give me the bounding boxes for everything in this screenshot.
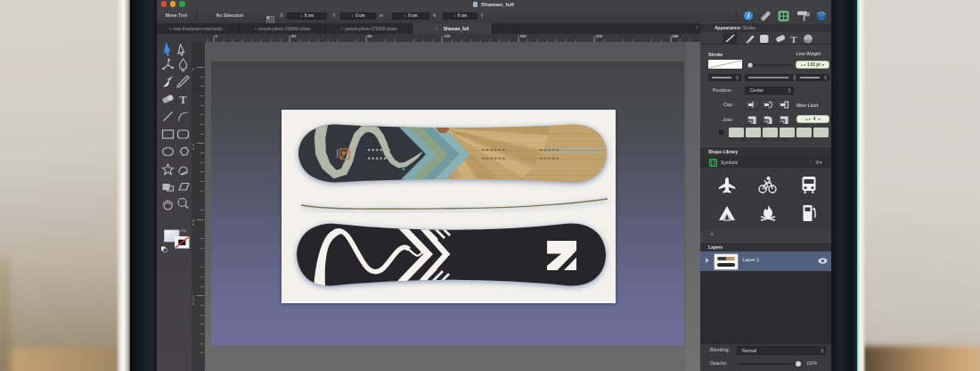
svg-text:T: T xyxy=(179,94,186,106)
svg-text:T: T xyxy=(790,33,797,44)
